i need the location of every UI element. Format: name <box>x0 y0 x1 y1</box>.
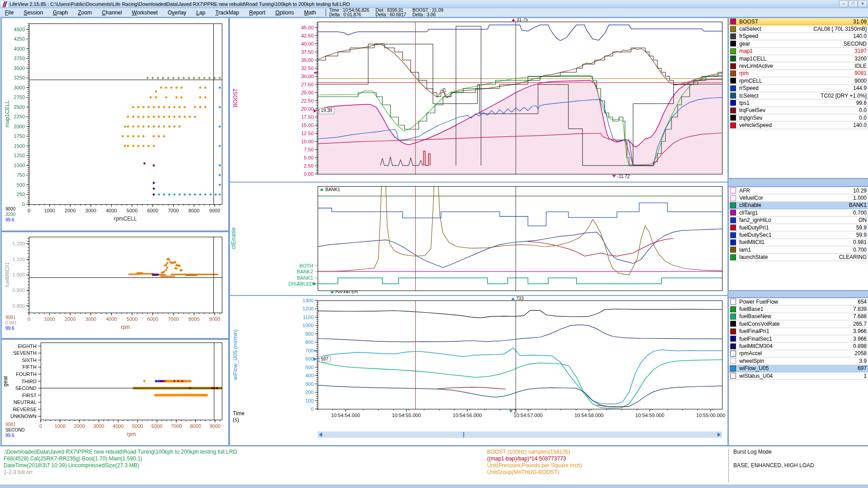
channel-row-fuelConsVolRate[interactable]: fuelConsVolRate265.7 <box>729 320 868 328</box>
map1cell-vs-rpmcell-chart-panel[interactable] <box>1 17 229 231</box>
close-button[interactable]: ✕ <box>858 0 867 7</box>
fuelmltcll1-vs-rpm-chart[interactable] <box>2 232 226 336</box>
channel-row-calSelect[interactable]: calSelectCAL08 [.70L 3150mB] <box>729 25 868 33</box>
menu-options[interactable]: Options <box>270 9 299 16</box>
channel-color-swatch <box>730 306 736 312</box>
channel-row-revLimitActive[interactable]: revLimitActiveIDLE <box>729 62 868 70</box>
channel-row-fuelMltCM304[interactable]: fuelMltCM3040.898 <box>729 343 868 350</box>
boost-chart-panel[interactable] <box>229 17 728 183</box>
channel-value: BANK1 <box>847 202 867 208</box>
channel-row-trqFuelSev[interactable]: trqFuelSev0.0 <box>729 107 868 114</box>
channel-name: rrSpeed <box>739 85 759 91</box>
cllenable-chart[interactable] <box>230 183 726 293</box>
channel-value: 0.700 <box>851 247 867 253</box>
channel-color-swatch <box>730 188 736 193</box>
channel-color-swatch <box>730 122 736 128</box>
channel-value: CAL08 [.70L 3150mB] <box>812 26 867 32</box>
channel-row-fuelDutySec1[interactable]: fuelDutySec159.9 <box>729 231 868 239</box>
menu-report[interactable]: Report <box>244 9 270 16</box>
math-channel-info: BOOST (100Hz) samples(158105)((map1-bap)… <box>487 449 582 476</box>
channel-value: ON <box>857 217 867 223</box>
channel-value: 140.0 <box>851 122 867 128</box>
channel-row-vehicleSpeed[interactable]: vehicleSpeed140.0 <box>729 122 868 129</box>
maximize-button[interactable]: □ <box>849 0 858 7</box>
channel-name: rpmCELL <box>739 78 762 84</box>
channel-value: 7.839 <box>851 306 867 312</box>
channel-row-wiFlow_U05[interactable]: wiFlow_U05697 <box>729 365 868 372</box>
map1cell-vs-rpmcell-chart[interactable] <box>2 18 226 229</box>
channel-color-swatch <box>730 358 736 364</box>
menu-worksheet[interactable]: Worksheet <box>127 9 163 16</box>
channel-row-map1[interactable]: map13197 <box>729 48 868 55</box>
menu-trackmap[interactable]: TrackMap <box>210 9 244 16</box>
fuelmltcll1-vs-rpm-chart-panel[interactable] <box>1 231 229 339</box>
channel-row-fuelFinalPri1[interactable]: fuelFinalPri13.966 <box>729 328 868 335</box>
channel-row-rrSpeed[interactable]: rrSpeed144.9 <box>729 85 868 92</box>
channel-color-swatch <box>730 202 736 208</box>
channel-row-fuelFinalSec1[interactable]: fuelFinalSec13.966 <box>729 335 868 343</box>
channel-row-wiStatus_U04[interactable]: wiStatus_U041 <box>729 372 868 380</box>
channel-row-Power FuelFlow[interactable]: Power FuelFlow654 <box>729 298 868 305</box>
wiflow-chart[interactable] <box>230 296 726 443</box>
menu-file[interactable]: File <box>0 9 19 16</box>
channel-row-tps1[interactable]: tps199.6 <box>729 99 868 107</box>
channel-value: 140.0 <box>851 33 867 39</box>
wiflow-chart-panel[interactable] <box>229 295 728 446</box>
channel-name: lam1 <box>739 247 751 253</box>
channel-row-rpm[interactable]: rpm9081 <box>729 70 868 77</box>
menu-zoom[interactable]: Zoom <box>73 9 97 16</box>
channel-row-cllTarg1[interactable]: cllTarg10.700 <box>729 209 868 216</box>
channel-value: 59.9 <box>854 225 867 231</box>
channel-row-AFR[interactable]: AFR10.29 <box>729 187 868 194</box>
cllenable-chart-panel[interactable] <box>229 182 728 296</box>
channel-value: 9000 <box>853 78 867 84</box>
channel-name: rpmAccel <box>739 350 762 357</box>
menu-overlay[interactable]: Overlay <box>163 9 191 16</box>
channel-row-launchState[interactable]: launchStateCLEARING <box>729 254 868 261</box>
channel-value: 1 <box>862 373 867 379</box>
channel-row-lam1[interactable]: lam10.700 <box>729 246 868 253</box>
channel-row-VefuelCor[interactable]: VefuelCor1.000 <box>729 194 868 202</box>
channel-color-swatch <box>730 336 736 342</box>
channel-color-swatch <box>730 366 736 371</box>
channel-row-map1CELL[interactable]: map1CELL3200 <box>729 55 868 62</box>
channel-row-cllEnable[interactable]: cllEnableBANK1 <box>729 202 868 209</box>
menu-channel[interactable]: Channel <box>97 9 127 16</box>
channel-row-fuelDutyPri1[interactable]: fuelDutyPri159.9 <box>729 224 868 231</box>
channel-row-rpmCELL[interactable]: rpmCELL9000 <box>729 77 868 84</box>
channel-color-swatch <box>730 93 736 99</box>
channel-color-swatch <box>730 239 736 245</box>
menu-lap[interactable]: Lap <box>191 9 210 16</box>
minimize-button[interactable]: ─ <box>839 0 848 7</box>
channel-name: calSelect <box>739 26 761 32</box>
channel-value: 10.29 <box>851 188 867 194</box>
gear-vs-rpm-chart[interactable] <box>2 340 226 443</box>
channel-row-gear[interactable]: gearSECOND <box>729 40 868 47</box>
channel-row-fuelBase1[interactable]: fuelBase17.839 <box>729 305 868 313</box>
channel-name: fuelFinalPri1 <box>739 328 769 334</box>
channel-color-swatch <box>730 343 736 349</box>
channel-row-tcSelect[interactable]: tcSelectTC02 [DRY +1.0%] <box>729 92 868 99</box>
channel-row-rpmAccel[interactable]: rpmAccel2058 <box>729 350 868 357</box>
channel-row-trqIgnSev[interactable]: trqIgnSev0.0 <box>729 114 868 122</box>
channel-value: 0.700 <box>851 210 867 216</box>
boost-chart[interactable] <box>230 18 726 180</box>
channel-row-wheelSpin[interactable]: wheelSpin3.9 <box>729 357 868 365</box>
channel-value: 3200 <box>853 56 867 62</box>
channel-color-swatch <box>730 56 736 61</box>
channel-name: wiStatus_U04 <box>739 373 773 379</box>
menu-graph[interactable]: Graph <box>48 9 73 16</box>
menu-math[interactable]: Math <box>299 9 321 16</box>
channel-row-fuelMltCll1[interactable]: fuelMltCll10.981 <box>729 239 868 246</box>
gear-vs-rpm-chart-panel[interactable] <box>1 339 229 446</box>
channel-row-BOOST[interactable]: BOOST31.09 <box>729 18 868 25</box>
channel-row-fan2_ignHiLo[interactable]: fan2_ignHiLoON <box>729 217 868 224</box>
channel-row-frSpeed[interactable]: frSpeed140.0 <box>729 33 868 40</box>
channel-name: fuelDutyPri1 <box>739 225 769 231</box>
channel-name: trqIgnSev <box>739 115 762 121</box>
info-col-0: Time : 10:54:56.826Delta : 0:01.876 <box>329 8 369 17</box>
channel-value: 1.000 <box>851 195 867 201</box>
channel-name: Power FuelFlow <box>739 299 778 305</box>
channel-row-fuelBaseNew[interactable]: fuelBaseNew7.688 <box>729 313 868 320</box>
menu-session[interactable]: Session <box>19 9 48 16</box>
